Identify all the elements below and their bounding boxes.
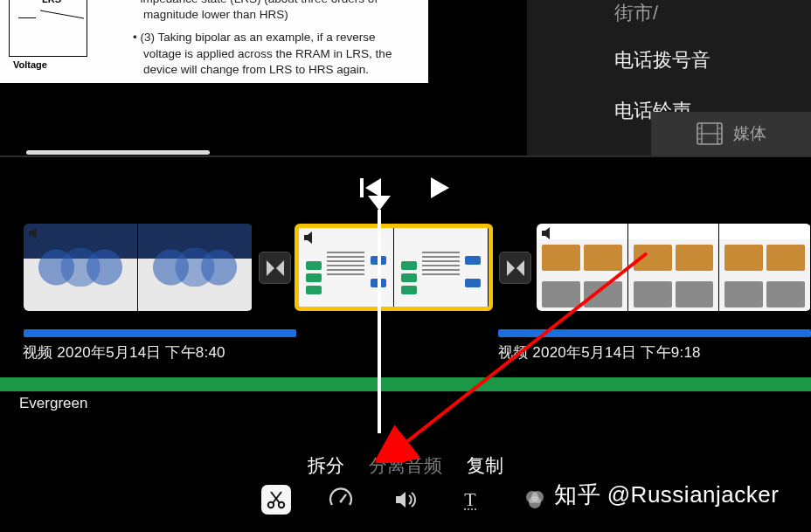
svg-marker-18 xyxy=(516,260,524,276)
clip-1-audio-strip[interactable] xyxy=(24,329,296,337)
svg-marker-16 xyxy=(304,231,312,244)
transition-button-right[interactable] xyxy=(499,252,531,284)
svg-marker-13 xyxy=(29,227,37,239)
svg-marker-14 xyxy=(267,260,274,276)
svg-marker-15 xyxy=(276,260,284,276)
music-track-label: Evergreen xyxy=(19,395,87,412)
svg-marker-12 xyxy=(431,177,449,198)
svg-line-24 xyxy=(273,492,281,503)
text-icon: T xyxy=(459,488,482,511)
timeline-clip-3[interactable] xyxy=(537,224,811,311)
media-tab-label: 媒体 xyxy=(733,122,766,145)
play-icon[interactable] xyxy=(428,176,451,199)
media-tab[interactable]: 媒体 xyxy=(651,112,811,155)
tool-filters[interactable] xyxy=(520,485,550,515)
slide-bullet-2: • (3) Taking bipolar as an example, if a… xyxy=(122,30,402,78)
ctx-split[interactable]: 拆分 xyxy=(308,453,344,478)
svg-rect-10 xyxy=(360,178,364,197)
svg-line-25 xyxy=(271,492,280,503)
sound-item-street[interactable]: 街市/ xyxy=(527,0,811,35)
graph-lrs-label: LRS xyxy=(40,0,63,4)
clip-1-label: 视频 2020年5月14日 下午8:40 xyxy=(23,342,225,363)
clip-3-audio-strip[interactable] xyxy=(498,329,811,337)
skip-back-icon[interactable] xyxy=(360,178,383,197)
transport-controls xyxy=(0,173,811,203)
preview-scroll-track xyxy=(0,155,811,157)
scissors-icon xyxy=(266,489,287,510)
mute-icon xyxy=(29,227,43,239)
sound-item-dial-tone[interactable]: 电话拨号音 xyxy=(527,35,811,86)
ctx-duplicate[interactable]: 复制 xyxy=(467,453,503,478)
speedometer-icon xyxy=(329,487,353,512)
media-icon xyxy=(697,122,723,145)
timeline[interactable]: 视频 2020年5月14日 下午8:40 视频 2020年5月14日 下午9:1… xyxy=(0,210,811,437)
filters-icon xyxy=(523,487,547,512)
graph-voltage-label: Voltage xyxy=(13,59,47,70)
svg-marker-19 xyxy=(542,227,550,239)
clip-context-bar: 拆分 分离音频 复制 xyxy=(0,448,811,483)
playhead[interactable] xyxy=(378,210,381,433)
mute-icon xyxy=(542,227,556,239)
timeline-clip-1[interactable] xyxy=(24,224,253,311)
svg-text:T: T xyxy=(464,488,476,510)
slide-content: LRS Voltage • impedance state (LRS) (abo… xyxy=(0,0,428,83)
bottom-toolbar: T xyxy=(0,485,811,532)
tool-volume[interactable] xyxy=(391,485,420,515)
ctx-detach-audio[interactable]: 分离音频 xyxy=(369,453,442,478)
tool-cut[interactable] xyxy=(261,485,291,515)
transition-button-left[interactable] xyxy=(259,252,291,284)
music-track[interactable] xyxy=(0,377,811,391)
svg-marker-28 xyxy=(396,492,406,508)
svg-point-33 xyxy=(529,496,541,508)
mute-icon xyxy=(304,231,318,244)
timeline-clip-2-selected[interactable] xyxy=(295,224,493,311)
svg-marker-17 xyxy=(507,260,515,276)
slide-bullet-1: • impedance state (LRS) (about three ord… xyxy=(122,0,402,23)
clip-3-label: 视频 2020年5月14日 下午9:18 xyxy=(498,342,701,363)
tool-speed[interactable] xyxy=(326,485,356,515)
volume-icon xyxy=(393,487,418,512)
preview-scroll-thumb[interactable] xyxy=(26,150,210,155)
video-preview: LRS Voltage • impedance state (LRS) (abo… xyxy=(0,0,520,114)
svg-marker-11 xyxy=(365,178,381,197)
tool-text[interactable]: T xyxy=(455,485,485,515)
svg-point-27 xyxy=(340,501,343,503)
svg-line-26 xyxy=(341,494,346,501)
